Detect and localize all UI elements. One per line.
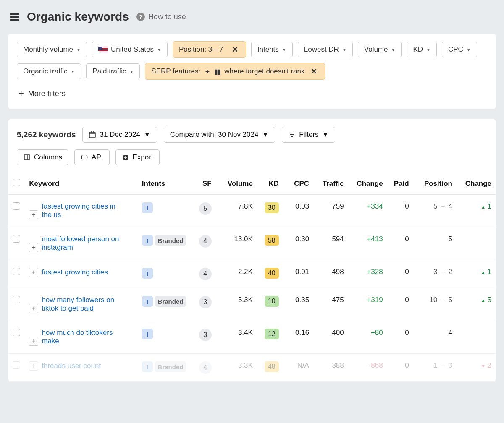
sf-badge: 4	[199, 268, 212, 280]
row-checkbox[interactable]	[13, 361, 20, 369]
help-link[interactable]: ? How to use	[136, 13, 186, 21]
expand-icon[interactable]: +	[29, 243, 38, 252]
cell-pos-change: ▲ 5	[457, 288, 496, 321]
keyword-count: 5,262 keywords	[17, 130, 76, 139]
cell-paid: 0	[387, 227, 413, 260]
col-kd[interactable]: KD	[257, 173, 283, 195]
kd-badge: 58	[265, 235, 279, 246]
filter-serp-features-active[interactable]: SERP features: ✦ ▮▮ where target doesn't…	[145, 63, 325, 80]
row-checkbox[interactable]	[13, 329, 20, 336]
sf-badge: 4	[199, 361, 212, 374]
filter-intents[interactable]: Intents▼	[251, 42, 293, 57]
chevron-down-icon: ▼	[76, 47, 81, 52]
close-icon[interactable]: ✕	[309, 67, 319, 76]
filter-lowest-dr[interactable]: Lowest DR▼	[298, 42, 353, 57]
expand-icon[interactable]: +	[29, 361, 38, 371]
filter-volume[interactable]: Volume▼	[358, 42, 402, 57]
chevron-down-icon: ▼	[71, 69, 75, 74]
calendar-icon	[89, 131, 96, 138]
cell-volume: 3.3K	[216, 354, 257, 382]
cell-volume: 2.2K	[216, 260, 257, 288]
row-checkbox[interactable]	[13, 202, 20, 210]
results-panel: 5,262 keywords 31 Dec 2024▼ Compare with…	[8, 119, 496, 382]
intent-badge-branded: Branded	[155, 235, 186, 246]
cell-position: 3 → 2	[413, 260, 457, 288]
col-traffic[interactable]: Traffic	[313, 173, 348, 195]
keywords-table: Keyword Intents SF Volume KD CPC Traffic…	[8, 173, 496, 382]
help-icon: ?	[136, 13, 145, 21]
col-sf[interactable]: SF	[194, 173, 216, 195]
kd-badge: 30	[265, 202, 279, 213]
kd-badge: 48	[265, 361, 279, 372]
table-row: +fastest growing citiesI 42.2K400.01498+…	[8, 260, 496, 288]
cell-cpc: 0.03	[283, 195, 313, 227]
col-keyword[interactable]: Keyword	[25, 173, 138, 195]
keyword-link[interactable]: how many followers on tiktok to get paid	[42, 296, 121, 313]
filter-monthly-volume[interactable]: Monthly volume▼	[17, 42, 87, 57]
col-intents[interactable]: Intents	[138, 173, 194, 195]
select-all-checkbox[interactable]	[13, 179, 20, 186]
filter-country[interactable]: United States▼	[92, 42, 168, 57]
filter-cpc[interactable]: CPC▼	[442, 42, 477, 57]
filter-kd[interactable]: KD▼	[407, 42, 437, 57]
table-row: +threads user countI Branded 43.3K48N/A3…	[8, 354, 496, 382]
sf-badge: 3	[199, 296, 212, 308]
col-pos-change[interactable]: Change	[457, 173, 496, 195]
cell-pos-change	[457, 227, 496, 260]
chevron-down-icon: ▼	[157, 47, 161, 52]
cell-volume: 7.8K	[216, 195, 257, 227]
table-row: +fastest growing cities in the usI 57.8K…	[8, 195, 496, 227]
cell-pos-change: ▲ 1	[457, 195, 496, 227]
cell-traffic: 475	[313, 288, 348, 321]
export-button[interactable]: Export	[116, 149, 160, 165]
cell-volume: 13.0K	[216, 227, 257, 260]
date-picker[interactable]: 31 Dec 2024▼	[82, 127, 157, 143]
api-button[interactable]: API	[74, 149, 109, 165]
svg-rect-7	[24, 155, 29, 160]
keyword-link[interactable]: how much do tiktokers make	[42, 329, 121, 345]
col-position[interactable]: Position	[413, 173, 457, 195]
intent-badge-informational: I	[142, 361, 153, 372]
row-checkbox[interactable]	[13, 268, 20, 275]
more-filters-button[interactable]: + More filters	[17, 86, 487, 102]
cell-change: +413	[348, 227, 387, 260]
close-icon[interactable]: ✕	[230, 45, 240, 54]
cell-paid: 0	[387, 354, 413, 382]
cell-position: 4	[413, 321, 457, 354]
cell-traffic: 400	[313, 321, 348, 354]
expand-icon[interactable]: +	[29, 210, 38, 219]
cell-cpc: 0.30	[283, 227, 313, 260]
filters-button[interactable]: Filters▼	[282, 127, 335, 143]
menu-icon[interactable]	[10, 13, 19, 21]
row-checkbox[interactable]	[13, 296, 20, 303]
table-row: +most followed person on instagramI Bran…	[8, 227, 496, 260]
cell-pos-change: ▲ 1	[457, 260, 496, 288]
expand-icon[interactable]: +	[29, 268, 38, 277]
keyword-link[interactable]: most followed person on instagram	[42, 235, 121, 252]
columns-button[interactable]: Columns	[17, 149, 68, 165]
sparkle-icon: ✦	[205, 68, 210, 76]
compare-picker[interactable]: Compare with: 30 Nov 2024▼	[164, 127, 276, 143]
filter-position-active[interactable]: Position: 3—7✕	[173, 41, 246, 58]
kd-badge: 12	[265, 329, 279, 339]
col-cpc[interactable]: CPC	[283, 173, 313, 195]
page-title: Organic keywords	[27, 10, 129, 24]
col-volume[interactable]: Volume	[216, 173, 257, 195]
chevron-down-icon: ▼	[322, 131, 329, 139]
expand-icon[interactable]: +	[29, 304, 38, 313]
keyword-link[interactable]: fastest growing cities	[42, 268, 108, 277]
filter-paid-traffic[interactable]: Paid traffic▼	[86, 63, 140, 79]
col-change[interactable]: Change	[348, 173, 387, 195]
cell-position: 1 → 3	[413, 354, 457, 382]
cell-cpc: 0.35	[283, 288, 313, 321]
keyword-link[interactable]: fastest growing cities in the us	[42, 202, 121, 219]
col-paid[interactable]: Paid	[387, 173, 413, 195]
kd-badge: 10	[265, 296, 279, 307]
row-checkbox[interactable]	[13, 235, 20, 243]
cell-change: +328	[348, 260, 387, 288]
intent-badge-informational: I	[142, 202, 153, 213]
filter-organic-traffic[interactable]: Organic traffic▼	[17, 63, 81, 79]
expand-icon[interactable]: +	[29, 337, 38, 346]
intent-badge-informational: I	[142, 296, 153, 307]
keyword-link[interactable]: threads user count	[42, 362, 101, 370]
